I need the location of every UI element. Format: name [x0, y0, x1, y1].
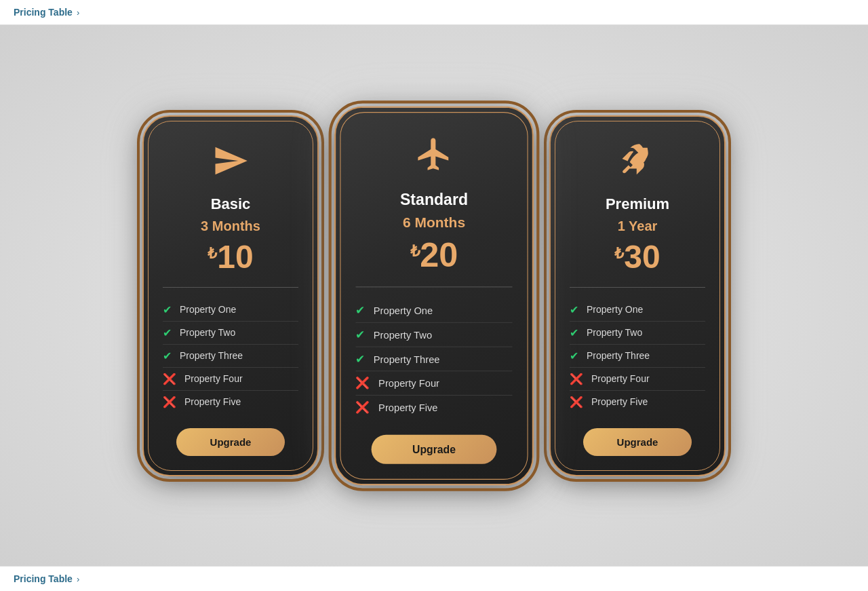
standard-features-list: ✔ Property One ✔ Property Two ✔ Property… [356, 299, 513, 419]
pricing-cards-container: Basic 3 Months ₺ 10 ✔ Property One ✔ Pro… [142, 115, 726, 476]
check-icon: ✔ [163, 303, 172, 316]
cross-icon: ❌ [356, 376, 370, 389]
list-item: ✔ Property Two [163, 322, 298, 345]
bottom-breadcrumb-label[interactable]: Pricing Table [14, 573, 73, 584]
standard-plan-name: Standard [400, 190, 468, 208]
list-item: ✔ Property Two [356, 322, 513, 347]
breadcrumb-arrow-icon: › [77, 7, 79, 18]
feature-label: Property Two [180, 327, 235, 338]
breadcrumb-label[interactable]: Pricing Table [14, 7, 73, 18]
feature-label: Property Three [180, 350, 243, 361]
top-breadcrumb-bar: Pricing Table › [0, 0, 868, 25]
feature-label: Property Four [184, 373, 243, 384]
list-item: ✔ Property One [163, 299, 298, 322]
premium-plan-name: Premium [606, 195, 669, 213]
feature-label: Property One [587, 304, 643, 315]
feature-label: Property Five [591, 396, 648, 407]
cross-icon: ❌ [570, 373, 583, 385]
feature-label: Property Three [374, 353, 440, 364]
feature-label: Property One [180, 304, 236, 315]
feature-label: Property Two [587, 327, 642, 338]
premium-plan-price: ₺ 30 [614, 241, 660, 273]
list-item: ❌ Property Four [356, 371, 513, 396]
feature-label: Property Two [374, 328, 432, 340]
cross-icon: ❌ [570, 396, 583, 408]
list-item: ✔ Property Two [570, 322, 705, 345]
feature-label: Property One [374, 305, 433, 316]
premium-divider [570, 287, 705, 288]
premium-price-value: 30 [624, 241, 660, 273]
check-icon: ✔ [163, 326, 172, 339]
standard-plan-icon [415, 134, 454, 181]
check-icon: ✔ [356, 351, 366, 365]
feature-label: Property Four [591, 373, 650, 384]
standard-divider [356, 286, 513, 287]
basic-upgrade-button[interactable]: Upgrade [176, 428, 285, 456]
list-item: ✔ Property Three [356, 347, 513, 371]
standard-price-value: 20 [420, 237, 458, 271]
list-item: ❌ Property Four [570, 368, 705, 391]
check-icon: ✔ [356, 303, 366, 317]
check-icon: ✔ [570, 349, 578, 362]
standard-plan-duration: 6 Months [403, 214, 465, 231]
premium-upgrade-button[interactable]: Upgrade [583, 428, 692, 456]
basic-plan-price: ₺ 10 [208, 241, 253, 273]
cross-icon: ❌ [163, 396, 176, 408]
premium-plan-duration: 1 Year [618, 218, 658, 234]
pricing-card-basic: Basic 3 Months ₺ 10 ✔ Property One ✔ Pro… [142, 115, 319, 476]
check-icon: ✔ [570, 303, 578, 316]
standard-plan-price: ₺ 20 [410, 237, 458, 271]
list-item: ❌ Property Five [356, 396, 513, 419]
standard-upgrade-button[interactable]: Upgrade [372, 434, 497, 463]
basic-price-value: 10 [217, 241, 253, 273]
list-item: ❌ Property Five [570, 391, 705, 413]
basic-divider [163, 287, 298, 288]
cross-icon: ❌ [163, 373, 176, 385]
basic-plan-name: Basic [211, 195, 251, 213]
feature-label: Property Four [378, 377, 439, 389]
premium-features-list: ✔ Property One ✔ Property Two ✔ Property… [570, 299, 705, 413]
list-item: ❌ Property Four [163, 368, 298, 391]
pricing-card-premium: Premium 1 Year ₺ 30 ✔ Property One ✔ Pro… [549, 115, 726, 476]
premium-currency-symbol: ₺ [614, 246, 624, 261]
basic-features-list: ✔ Property One ✔ Property Two ✔ Property… [163, 299, 298, 413]
feature-label: Property Five [184, 396, 241, 407]
check-icon: ✔ [570, 326, 578, 339]
list-item: ✔ Property One [356, 299, 513, 323]
check-icon: ✔ [163, 349, 172, 362]
pricing-card-standard: Standard 6 Months ₺ 20 ✔ Property One ✔ … [334, 106, 534, 485]
feature-label: Property Three [587, 350, 650, 361]
check-icon: ✔ [356, 328, 366, 341]
bottom-breadcrumb-arrow-icon: › [77, 574, 79, 584]
list-item: ❌ Property Five [163, 391, 298, 413]
list-item: ✔ Property One [570, 299, 705, 322]
basic-plan-icon [212, 142, 249, 187]
list-item: ✔ Property Three [570, 345, 705, 368]
premium-plan-icon [619, 142, 656, 187]
basic-plan-duration: 3 Months [201, 218, 260, 234]
cross-icon: ❌ [356, 400, 370, 414]
list-item: ✔ Property Three [163, 345, 298, 368]
basic-currency-symbol: ₺ [208, 246, 217, 261]
bottom-breadcrumb-bar: Pricing Table › [0, 566, 868, 591]
feature-label: Property Five [378, 401, 437, 413]
main-content-area: Basic 3 Months ₺ 10 ✔ Property One ✔ Pro… [0, 25, 868, 566]
standard-currency-symbol: ₺ [410, 244, 420, 259]
